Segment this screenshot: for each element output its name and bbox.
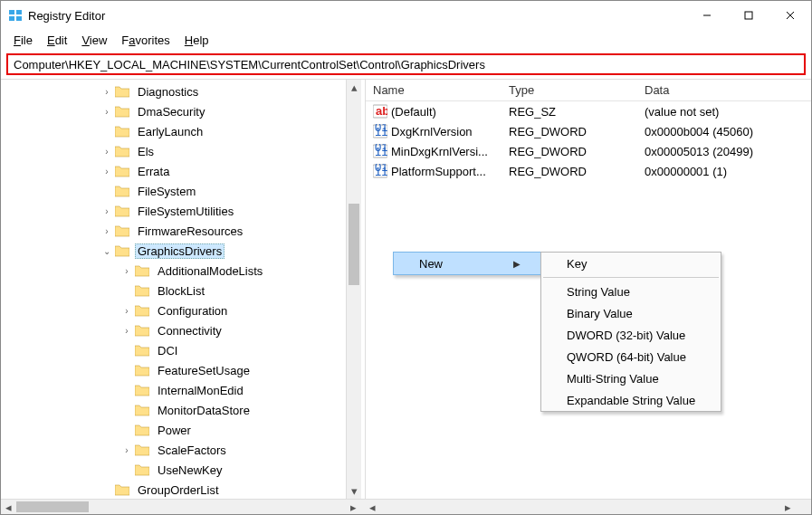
expander-placeholder	[120, 364, 133, 377]
value-row[interactable]: (Default)REG_SZ(value not set)	[366, 101, 811, 121]
expander-placeholder	[120, 284, 133, 297]
context-submenu: Key String Value Binary Value DWORD (32-…	[540, 252, 721, 412]
chevron-right-icon[interactable]: ›	[120, 264, 133, 277]
menu-new-multistring[interactable]: Multi-String Value	[541, 367, 721, 389]
bottom-scroll-row: ◂ ▸ ◂ ▸	[1, 499, 811, 514]
folder-icon	[115, 205, 129, 217]
maximize-button[interactable]	[728, 1, 769, 30]
chevron-right-icon[interactable]: ›	[100, 205, 113, 217]
tree-item[interactable]: ⌄GraphicsDrivers	[1, 241, 361, 261]
address-input[interactable]	[14, 58, 798, 72]
value-data: (value not set)	[637, 105, 811, 119]
tree-item[interactable]: ›Configuration	[1, 300, 361, 320]
tree-item[interactable]: GroupOrderList	[1, 480, 361, 499]
chevron-down-icon[interactable]: ⌄	[100, 244, 113, 257]
tree-item[interactable]: DCI	[1, 340, 361, 360]
scroll-track[interactable]	[380, 500, 780, 514]
menu-label: Multi-String Value	[567, 372, 659, 386]
values-pane: Name Type Data (Default)REG_SZ(value not…	[365, 79, 811, 499]
scroll-track[interactable]	[16, 500, 346, 514]
expander-placeholder	[120, 463, 133, 476]
tree-item[interactable]: FeatureSetUsage	[1, 360, 361, 380]
chevron-right-icon[interactable]: ›	[120, 324, 133, 337]
scroll-left-arrow-icon[interactable]: ◂	[1, 500, 16, 514]
tree-item[interactable]: Power	[1, 420, 361, 440]
tree-item-label: GraphicsDrivers	[135, 243, 224, 259]
tree-item[interactable]: ›Diagnostics	[1, 81, 361, 101]
tree-item[interactable]: ›ScaleFactors	[1, 440, 361, 460]
tree-item-label: Power	[155, 423, 194, 438]
menu-edit[interactable]: Edit	[40, 32, 74, 49]
tree-item[interactable]: InternalMonEdid	[1, 380, 361, 400]
value-row[interactable]: PlatformSupport...REG_DWORD0x00000001 (1…	[366, 161, 811, 181]
column-data[interactable]: Data	[637, 80, 811, 100]
menu-view[interactable]: View	[74, 32, 114, 49]
menu-help[interactable]: Help	[177, 32, 216, 49]
tree-item-label: GroupOrderList	[135, 482, 222, 498]
regedit-icon	[8, 8, 23, 23]
tree-item-label: Configuration	[155, 303, 230, 319]
tree-item[interactable]: ›Errata	[1, 161, 361, 181]
menu-new[interactable]: New ▶ Key String Value Binary Value DWOR…	[393, 252, 541, 275]
value-row[interactable]: DxgKrnlVersionREG_DWORD0x0000b004 (45060…	[366, 121, 811, 141]
scroll-up-arrow-icon[interactable]: ▴	[347, 80, 361, 95]
tree-item[interactable]: UseNewKey	[1, 460, 361, 480]
tree-item[interactable]: ›FileSystemUtilities	[1, 201, 361, 221]
values-list[interactable]: (Default)REG_SZ(value not set)DxgKrnlVer…	[366, 101, 811, 181]
column-name[interactable]: Name	[366, 80, 502, 100]
title-bar: Registry Editor	[1, 1, 811, 30]
chevron-right-icon[interactable]: ›	[100, 165, 113, 177]
registry-tree[interactable]: ›Diagnostics›DmaSecurityEarlyLaunch›Els›…	[1, 80, 361, 499]
scroll-right-arrow-icon[interactable]: ▸	[346, 500, 361, 514]
resize-grip[interactable]	[796, 499, 811, 514]
scroll-right-arrow-icon[interactable]: ▸	[780, 500, 796, 514]
scroll-down-arrow-icon[interactable]: ▾	[347, 483, 361, 499]
value-type: REG_DWORD	[502, 145, 637, 158]
folder-icon	[115, 483, 129, 496]
tree-item[interactable]: ›AdditionalModeLists	[1, 261, 361, 281]
tree-item[interactable]: FileSystem	[1, 181, 361, 201]
tree-horizontal-scrollbar[interactable]: ◂ ▸	[1, 499, 361, 514]
tree-item[interactable]: ›DmaSecurity	[1, 101, 361, 121]
folder-icon	[135, 404, 149, 416]
tree-item-label: MonitorDataStore	[155, 403, 253, 418]
menu-new-qword[interactable]: QWORD (64-bit) Value	[541, 346, 721, 367]
expander-placeholder	[100, 125, 113, 138]
chevron-right-icon[interactable]: ›	[100, 105, 113, 118]
tree-item[interactable]: MonitorDataStore	[1, 400, 361, 420]
value-name: DxgKrnlVersion	[391, 125, 473, 138]
close-button[interactable]	[769, 1, 811, 30]
folder-icon	[115, 224, 129, 237]
folder-icon	[135, 364, 149, 377]
menu-label: QWORD (64-bit) Value	[567, 350, 686, 364]
column-type[interactable]: Type	[502, 80, 637, 100]
tree-vertical-scrollbar[interactable]: ▴ ▾	[346, 80, 361, 499]
value-row[interactable]: MinDxgKrnlVersi...REG_DWORD0x00005013 (2…	[366, 141, 811, 161]
tree-item[interactable]: ›FirmwareResources	[1, 221, 361, 241]
tree-item[interactable]: ›Connectivity	[1, 320, 361, 340]
menu-file[interactable]: File	[6, 32, 40, 49]
folder-icon	[115, 145, 129, 157]
menu-new-key[interactable]: Key	[541, 253, 721, 274]
menu-new-binary[interactable]: Binary Value	[541, 302, 721, 324]
menu-new-string[interactable]: String Value	[541, 281, 721, 302]
scroll-thumb[interactable]	[349, 204, 359, 285]
minimize-button[interactable]	[686, 1, 728, 30]
tree-item-label: InternalMonEdid	[155, 383, 246, 398]
tree-item[interactable]: ›Els	[1, 141, 361, 161]
scroll-track[interactable]	[347, 95, 361, 483]
menu-new-expandstring[interactable]: Expandable String Value	[541, 389, 721, 411]
list-horizontal-scrollbar[interactable]: ◂ ▸	[365, 499, 796, 514]
chevron-right-icon[interactable]: ›	[120, 443, 133, 456]
chevron-right-icon[interactable]: ›	[100, 145, 113, 157]
chevron-right-icon[interactable]: ›	[100, 85, 113, 98]
menu-new-dword[interactable]: DWORD (32-bit) Value	[541, 324, 721, 346]
menu-favorites[interactable]: Favorites	[114, 32, 177, 49]
scroll-left-arrow-icon[interactable]: ◂	[365, 500, 380, 514]
chevron-right-icon[interactable]: ›	[100, 224, 113, 237]
tree-item[interactable]: EarlyLaunch	[1, 121, 361, 141]
chevron-right-icon[interactable]: ›	[120, 304, 133, 317]
folder-icon	[135, 264, 149, 277]
scroll-thumb[interactable]	[16, 501, 89, 512]
tree-item[interactable]: BlockList	[1, 281, 361, 300]
